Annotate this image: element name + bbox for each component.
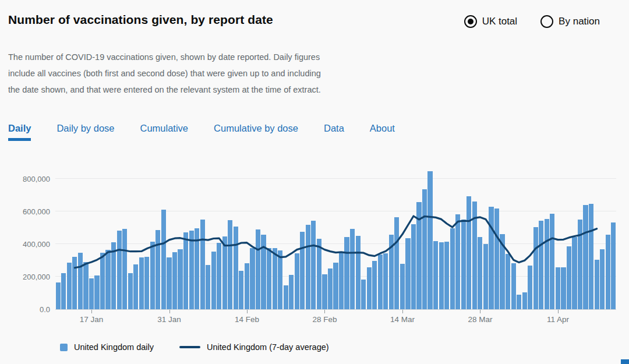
daily-bar[interactable] xyxy=(511,263,516,309)
daily-bar[interactable] xyxy=(533,227,538,309)
daily-bar[interactable] xyxy=(61,273,66,309)
legend-item-average[interactable]: United Kingdom (7-day average) xyxy=(179,342,329,352)
daily-bar[interactable] xyxy=(89,278,94,309)
daily-bar[interactable] xyxy=(539,221,543,309)
daily-bar[interactable] xyxy=(100,253,105,309)
daily-bar[interactable] xyxy=(111,242,116,309)
daily-bar[interactable] xyxy=(156,230,160,309)
daily-bar[interactable] xyxy=(178,249,182,309)
daily-bar[interactable] xyxy=(133,264,138,309)
daily-bar[interactable] xyxy=(317,239,321,309)
daily-bar[interactable] xyxy=(356,236,361,309)
daily-bar[interactable] xyxy=(72,257,77,309)
daily-bar[interactable] xyxy=(483,244,488,309)
daily-bar[interactable] xyxy=(589,204,593,309)
daily-bar[interactable] xyxy=(567,246,571,309)
daily-bar[interactable] xyxy=(411,224,416,309)
daily-bar[interactable] xyxy=(172,252,177,309)
daily-bar[interactable] xyxy=(183,232,188,309)
daily-bar[interactable] xyxy=(128,273,133,309)
daily-bar[interactable] xyxy=(211,252,216,309)
chart-plot-area[interactable]: 17 Jan31 Jan14 Feb28 Feb14 Mar28 Mar11 A… xyxy=(55,167,616,310)
daily-bar[interactable] xyxy=(450,228,455,309)
daily-bar[interactable] xyxy=(217,243,221,309)
tab-data[interactable]: Data xyxy=(324,123,344,141)
daily-bar[interactable] xyxy=(416,202,421,309)
daily-bar[interactable] xyxy=(228,220,232,309)
daily-bar[interactable] xyxy=(600,249,605,309)
daily-bar[interactable] xyxy=(306,225,310,309)
daily-bar[interactable] xyxy=(83,262,88,309)
daily-bar[interactable] xyxy=(606,235,610,309)
daily-bar[interactable] xyxy=(328,268,333,309)
daily-bar[interactable] xyxy=(222,236,227,309)
daily-bar[interactable] xyxy=(273,248,277,309)
daily-bar[interactable] xyxy=(372,261,377,309)
daily-bar[interactable] xyxy=(550,214,554,309)
daily-bar[interactable] xyxy=(67,263,72,309)
daily-bar[interactable] xyxy=(405,238,410,309)
daily-bar[interactable] xyxy=(339,252,344,309)
daily-bar[interactable] xyxy=(322,274,327,309)
daily-bar[interactable] xyxy=(578,220,582,309)
daily-bar[interactable] xyxy=(378,255,383,309)
daily-bar[interactable] xyxy=(56,282,61,309)
radio-selected-icon[interactable] xyxy=(464,15,477,28)
daily-bar[interactable] xyxy=(389,235,394,309)
daily-bar[interactable] xyxy=(139,257,144,309)
daily-bar[interactable] xyxy=(494,208,499,309)
daily-bar[interactable] xyxy=(444,242,449,309)
daily-bar[interactable] xyxy=(256,229,260,309)
daily-bar[interactable] xyxy=(144,257,149,309)
tab-daily-by-dose[interactable]: Daily by dose xyxy=(56,123,114,141)
tab-about[interactable]: About xyxy=(370,123,395,141)
daily-bar[interactable] xyxy=(289,275,294,309)
daily-bar[interactable] xyxy=(78,253,83,309)
daily-bar[interactable] xyxy=(150,242,155,309)
daily-bar[interactable] xyxy=(522,292,527,309)
daily-bar[interactable] xyxy=(122,229,127,309)
daily-bar[interactable] xyxy=(500,234,504,309)
daily-bar[interactable] xyxy=(167,257,171,309)
daily-bar[interactable] xyxy=(383,253,388,309)
daily-bar[interactable] xyxy=(427,171,432,309)
daily-bar[interactable] xyxy=(583,205,588,309)
daily-bar[interactable] xyxy=(300,232,305,309)
daily-bar[interactable] xyxy=(200,220,205,309)
daily-bar[interactable] xyxy=(561,267,566,309)
daily-bar[interactable] xyxy=(333,263,338,309)
daily-bar[interactable] xyxy=(189,231,194,309)
daily-bar[interactable] xyxy=(400,264,405,309)
daily-bar[interactable] xyxy=(245,263,249,309)
daily-bar[interactable] xyxy=(472,202,477,309)
daily-bar[interactable] xyxy=(455,214,460,309)
daily-bar[interactable] xyxy=(350,229,355,309)
daily-bar[interactable] xyxy=(105,250,110,309)
daily-bar[interactable] xyxy=(261,235,266,309)
daily-bar[interactable] xyxy=(422,189,427,309)
daily-bar[interactable] xyxy=(234,227,238,309)
daily-bar[interactable] xyxy=(528,266,532,309)
daily-bar[interactable] xyxy=(94,275,99,309)
daily-bar[interactable] xyxy=(478,237,482,309)
daily-bar[interactable] xyxy=(556,267,560,309)
legend-item-daily[interactable]: United Kingdom daily xyxy=(60,342,154,352)
daily-bar[interactable] xyxy=(161,210,166,309)
radio-option-by-nation[interactable]: By nation xyxy=(540,15,600,28)
radio-option-uk-total[interactable]: UK total xyxy=(464,15,517,28)
tab-cumulative[interactable]: Cumulative xyxy=(140,123,189,141)
daily-bar[interactable] xyxy=(311,221,316,309)
tab-daily[interactable]: Daily xyxy=(8,123,31,141)
daily-bar[interactable] xyxy=(361,280,366,309)
daily-bar[interactable] xyxy=(433,241,438,309)
daily-bar[interactable] xyxy=(344,237,349,309)
daily-bar[interactable] xyxy=(467,196,471,309)
daily-bar[interactable] xyxy=(117,231,122,309)
daily-bar[interactable] xyxy=(461,220,466,309)
daily-bar[interactable] xyxy=(439,242,444,309)
daily-bar[interactable] xyxy=(239,271,243,309)
radio-unselected-icon[interactable] xyxy=(540,15,553,28)
daily-bar[interactable] xyxy=(545,219,549,309)
daily-bar[interactable] xyxy=(195,228,199,309)
daily-bar[interactable] xyxy=(595,260,599,309)
